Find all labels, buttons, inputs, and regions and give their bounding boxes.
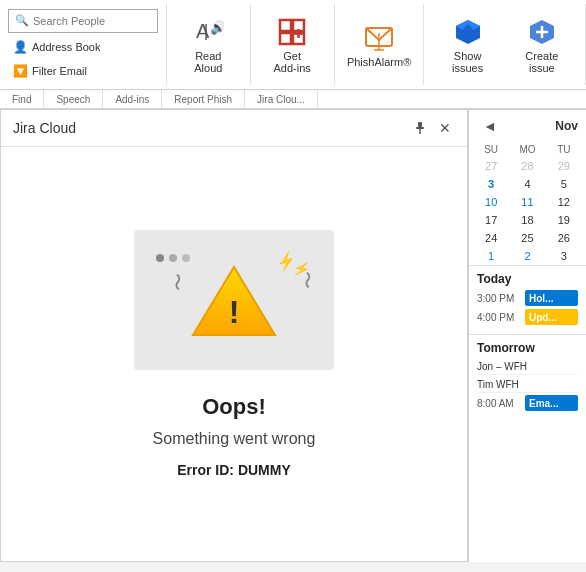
cal-day[interactable]: 4 xyxy=(509,175,545,193)
speech-group: A 🔊 Read Aloud xyxy=(167,4,251,85)
jira-panel-header: Jira Cloud ✕ xyxy=(1,110,467,147)
toolbar-labels-row: Find Speech Add-ins Report Phish Jira Cl… xyxy=(0,90,586,110)
close-button[interactable]: ✕ xyxy=(435,118,455,138)
went-wrong-text: Something went wrong xyxy=(153,430,316,448)
phishalarm-icon xyxy=(362,22,396,54)
close-icon: ✕ xyxy=(439,120,451,136)
get-addins-icon xyxy=(276,16,308,48)
cal-day[interactable]: 19 xyxy=(546,211,582,229)
oops-title: Oops! xyxy=(202,394,266,420)
event-bar[interactable]: Hol... xyxy=(525,290,578,306)
cal-day[interactable]: 17 xyxy=(473,211,509,229)
show-issues-icon xyxy=(452,16,484,48)
svg-rect-20 xyxy=(418,122,422,127)
main-area: Jira Cloud ✕ xyxy=(0,110,586,562)
cal-day[interactable]: 2 xyxy=(509,247,545,265)
ribbon-toolbar: 🔍 👤 Address Book 🔽 Filter Email A 🔊 Read… xyxy=(0,0,586,90)
cal-day[interactable]: 1 xyxy=(473,247,509,265)
phish-group: PhishAlarm® xyxy=(335,4,425,85)
cal-day[interactable]: 26 xyxy=(546,229,582,247)
dot-2 xyxy=(169,254,177,262)
tomorrow-event-3[interactable]: 8:00 AM Ema... xyxy=(477,395,578,411)
find-label: Find xyxy=(0,90,44,108)
event-time: 8:00 AM xyxy=(477,398,519,409)
cal-day[interactable]: 3 xyxy=(546,247,582,265)
weekday-mo: MO xyxy=(509,144,545,155)
svg-rect-5 xyxy=(280,33,291,44)
svg-rect-3 xyxy=(280,20,291,31)
error-illustration: ⚡ ⚡ 〜 〜 xyxy=(134,230,334,370)
create-issue-label: Create issue xyxy=(519,50,565,74)
dot-3 xyxy=(182,254,190,262)
read-aloud-label: Read Aloud xyxy=(187,50,230,74)
error-content: ⚡ ⚡ 〜 〜 xyxy=(1,147,467,561)
read-aloud-icon: A 🔊 xyxy=(192,16,224,48)
today-event-2[interactable]: 4:00 PM Upd... xyxy=(477,309,578,325)
dot-1 xyxy=(156,254,164,262)
get-addins-label: Get Add-ins xyxy=(271,50,314,74)
cal-day[interactable]: 12 xyxy=(546,193,582,211)
svg-point-13 xyxy=(378,39,380,41)
cal-day[interactable]: 5 xyxy=(546,175,582,193)
event-bar[interactable]: Upd... xyxy=(525,309,578,325)
address-book-icon: 👤 xyxy=(12,39,28,55)
error-id: Error ID: DUMMY xyxy=(177,462,291,478)
today-section: Today 3:00 PM Hol... 4:00 PM Upd... xyxy=(469,265,586,334)
cal-day[interactable]: 27 xyxy=(473,157,509,175)
event-text: Tim WFH xyxy=(477,379,578,390)
calendar-weekdays: SU MO TU xyxy=(473,142,582,157)
phishalarm-button[interactable]: PhishAlarm® xyxy=(335,18,423,72)
warning-triangle: ! xyxy=(189,261,279,339)
weekday-tu: TU xyxy=(546,144,582,155)
filter-email-button[interactable]: 🔽 Filter Email xyxy=(8,61,91,81)
cal-day[interactable]: 18 xyxy=(509,211,545,229)
svg-rect-21 xyxy=(416,127,424,129)
cal-day[interactable]: 24 xyxy=(473,229,509,247)
address-book-label: Address Book xyxy=(32,41,100,53)
phishalarm-label: PhishAlarm® xyxy=(347,56,411,68)
get-addins-button[interactable]: Get Add-ins xyxy=(259,12,326,78)
event-time: 4:00 PM xyxy=(477,312,519,323)
jira-panel-actions: ✕ xyxy=(409,118,455,138)
tomorrow-event-2[interactable]: Tim WFH xyxy=(477,377,578,393)
show-issues-button[interactable]: Show issues xyxy=(432,12,502,78)
svg-text:🔊: 🔊 xyxy=(210,19,224,36)
search-people-box[interactable]: 🔍 xyxy=(8,9,158,33)
filter-icon: 🔽 xyxy=(12,63,28,79)
create-issue-button[interactable]: Create issue xyxy=(507,12,577,78)
right-calendar-panel: ◄ Nov SU MO TU 27 28 29 3 4 5 10 11 12 xyxy=(468,110,586,562)
cal-day-today[interactable]: 3 xyxy=(473,175,509,193)
calendar-month-label: Nov xyxy=(555,119,578,133)
jira-panel-title: Jira Cloud xyxy=(13,120,76,136)
cal-day[interactable]: 29 xyxy=(546,157,582,175)
filter-email-label: Filter Email xyxy=(32,65,87,77)
tomorrow-section: Tomorrow Jon – WFH Tim WFH 8:00 AM Ema..… xyxy=(469,334,586,420)
tomorrow-event-1[interactable]: Jon – WFH xyxy=(477,359,578,375)
weekday-su: SU xyxy=(473,144,509,155)
address-book-button[interactable]: 👤 Address Book xyxy=(8,37,104,57)
phish-label: Report Phish xyxy=(162,90,245,108)
read-aloud-button[interactable]: A 🔊 Read Aloud xyxy=(175,12,242,78)
addins-group: Get Add-ins xyxy=(251,4,335,85)
search-icon: 🔍 xyxy=(15,14,29,27)
search-people-input[interactable] xyxy=(33,15,151,27)
show-issues-label: Show issues xyxy=(444,50,490,74)
find-group: 🔍 👤 Address Book 🔽 Filter Email xyxy=(0,4,167,85)
cal-day[interactable]: 11 xyxy=(509,193,545,211)
squiggle-right-icon: 〜 xyxy=(295,271,319,289)
jira-group: Show issues Create issue xyxy=(424,4,586,85)
pin-button[interactable] xyxy=(409,118,431,138)
cal-day[interactable]: 10 xyxy=(473,193,509,211)
calendar-prev-button[interactable]: ◄ xyxy=(477,116,503,136)
jira-panel: Jira Cloud ✕ xyxy=(0,110,468,562)
event-text: Jon – WFH xyxy=(477,361,578,372)
svg-text:A: A xyxy=(196,20,210,42)
cal-day[interactable]: 25 xyxy=(509,229,545,247)
calendar-header: ◄ Nov xyxy=(469,110,586,142)
create-issue-icon xyxy=(526,16,558,48)
calendar-days[interactable]: 27 28 29 3 4 5 10 11 12 17 18 19 24 25 2… xyxy=(473,157,582,265)
cal-day[interactable]: 28 xyxy=(509,157,545,175)
today-event-1[interactable]: 3:00 PM Hol... xyxy=(477,290,578,306)
squiggle-left-icon: 〜 xyxy=(165,273,189,291)
event-bar[interactable]: Ema... xyxy=(525,395,578,411)
